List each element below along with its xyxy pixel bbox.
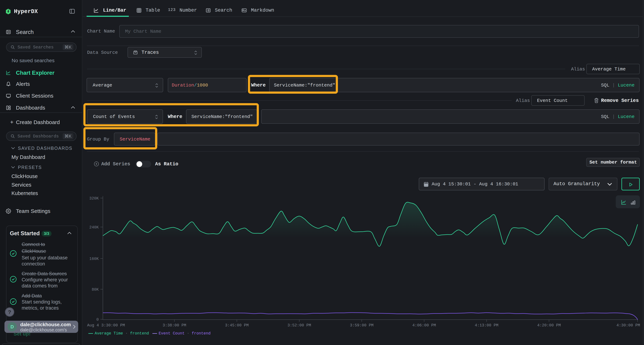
svg-text:3:38:00 PM: 3:38:00 PM — [162, 323, 186, 328]
svg-text:4:13:00 PM: 4:13:00 PM — [475, 323, 498, 328]
svg-text:3:52:00 PM: 3:52:00 PM — [288, 323, 311, 328]
svg-text:4:20:00 PM: 4:20:00 PM — [537, 323, 561, 328]
svg-text:4:30:00 PM: 4:30:00 PM — [616, 323, 640, 328]
svg-text:4:06:00 PM: 4:06:00 PM — [412, 323, 436, 328]
svg-text:80K: 80K — [92, 288, 99, 292]
svg-text:3:59:00 PM: 3:59:00 PM — [350, 323, 374, 328]
svg-text:Aug 4 3:30:00 PM: Aug 4 3:30:00 PM — [87, 323, 125, 328]
svg-text:0: 0 — [96, 318, 99, 322]
svg-text:160K: 160K — [89, 257, 99, 261]
svg-text:320K: 320K — [89, 196, 99, 201]
svg-text:240K: 240K — [89, 225, 99, 230]
svg-text:3:45:00 PM: 3:45:00 PM — [225, 323, 249, 328]
